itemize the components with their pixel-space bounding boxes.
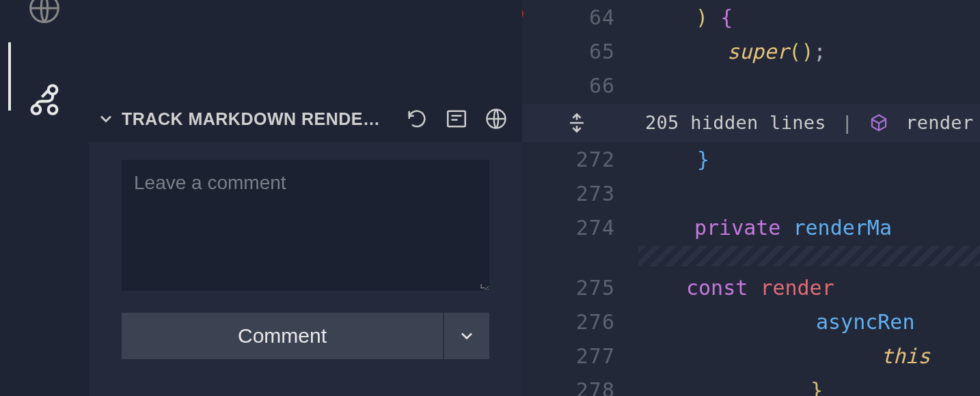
section-header[interactable]: TRACK MARKDOWN RENDE… [89, 100, 522, 138]
comment-dropdown-button[interactable] [443, 313, 489, 359]
folded-text: 205 hidden lines | render [604, 112, 980, 135]
code-line[interactable]: 64) { [522, 0, 980, 34]
comment-button[interactable]: Comment [122, 313, 443, 359]
svg-point-2 [32, 105, 41, 114]
refresh-icon[interactable] [403, 105, 431, 132]
code-line[interactable]: 278} [522, 373, 980, 396]
line-number: 273 [522, 182, 638, 206]
hidden-lines-count: 205 hidden lines [645, 112, 826, 133]
code-line[interactable]: 277this [522, 339, 980, 373]
comment-panel: ⌞ Comment [89, 142, 522, 396]
code-content: ) { [638, 5, 733, 29]
unfold-icon[interactable] [563, 109, 590, 137]
code-content: this [638, 344, 930, 368]
line-number: 276 [522, 310, 638, 334]
code-content: private renderMa [638, 216, 892, 240]
code-line[interactable]: 276asyncRen [522, 305, 980, 339]
source-control-icon[interactable] [23, 78, 66, 122]
svg-point-0 [31, 0, 59, 22]
line-number: 277 [522, 344, 638, 368]
folded-symbol-name: render [906, 112, 973, 133]
code-editor[interactable]: ↔ 64) {65super();66 205 hidden lines | r… [522, 0, 980, 396]
code-content: super(); [638, 40, 826, 63]
line-number: 65 [522, 40, 638, 63]
symbol-icon [869, 113, 889, 134]
svg-point-3 [49, 105, 57, 114]
code-line[interactable]: 65super(); [522, 34, 980, 68]
line-number: 275 [522, 276, 638, 300]
code-content: } [638, 147, 709, 171]
code-line[interactable]: 66 [522, 68, 980, 102]
open-in-browser-icon[interactable] [482, 105, 510, 132]
line-number: 66 [522, 74, 638, 98]
activity-bar [0, 0, 89, 396]
comment-input[interactable] [122, 160, 489, 291]
diff-stripe [638, 246, 980, 266]
code-content: } [638, 378, 823, 397]
folded-region[interactable]: 205 hidden lines | render [522, 104, 980, 142]
code-line[interactable]: 272} [522, 142, 980, 176]
resize-cursor-icon: ↔ [522, 4, 523, 28]
line-number: 278 [522, 378, 638, 397]
line-number: 64 [522, 5, 638, 29]
code-content: const render [638, 276, 834, 300]
sidebar-panel: TRACK MARKDOWN RENDE… ⌞ Comment [89, 0, 522, 396]
svg-point-1 [49, 85, 57, 94]
description-icon[interactable] [443, 105, 470, 132]
code-content: asyncRen [638, 310, 915, 334]
section-title: TRACK MARKDOWN RENDE… [122, 109, 400, 129]
line-number: 274 [522, 216, 638, 240]
svg-rect-4 [448, 111, 465, 127]
section-actions [403, 105, 515, 132]
global-icon[interactable] [23, 0, 66, 30]
line-number: 272 [522, 147, 638, 171]
code-line[interactable]: 274private renderMa [522, 210, 980, 244]
code-line[interactable]: 273 [522, 176, 980, 210]
chevron-down-icon[interactable] [93, 106, 119, 132]
active-indicator [8, 42, 11, 111]
code-line[interactable]: 275const render [522, 270, 980, 305]
